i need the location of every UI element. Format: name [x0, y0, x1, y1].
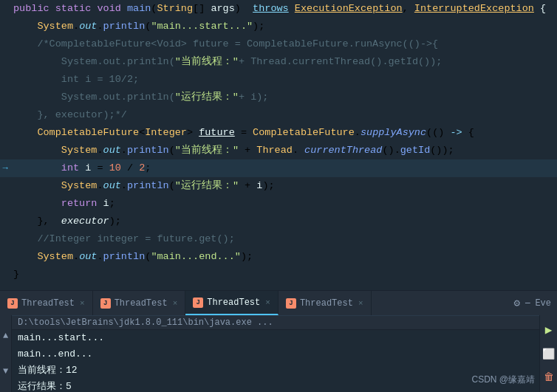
code-line-3: /*CompletableFuture<Void> future = Compl… [0, 35, 557, 53]
code-line-8: CompletableFuture<Integer> future = Comp… [0, 124, 557, 142]
tab-close-4[interactable]: × [358, 299, 363, 308]
minimize-icon[interactable]: − [524, 298, 530, 309]
console-path: D:\tools\JetBrains\jdk1.8.0_111\bin\java… [12, 316, 539, 330]
right-sidebar: ▶ ⬜ 🗑 [539, 315, 557, 392]
code-line-1: public static void main(String[] args) t… [0, 0, 557, 18]
code-line-16: } [0, 266, 557, 283]
console-line-1: main...start... [12, 330, 539, 346]
console-line-4: 运行结果：5 [12, 379, 539, 391]
line-content-13: }, executor); [10, 213, 557, 230]
tab-icon-4: J [286, 298, 296, 309]
tabs-actions: ⚙ − Eve [508, 291, 557, 315]
line-content-10: int i = 10 / 2; [10, 160, 557, 176]
line-content-7: }, executor);*/ [10, 107, 557, 123]
code-editor: public static void main(String[] args) t… [0, 0, 557, 290]
tab-close-1[interactable]: × [80, 299, 85, 308]
gear-icon[interactable]: ⚙ [514, 297, 520, 309]
console-line-3: 当前线程：12 [12, 362, 539, 379]
tab-threadtest-1[interactable]: J ThreadTest × [0, 291, 93, 315]
line-content-12: return i; [10, 196, 557, 212]
code-line-7: }, executor);*/ [0, 106, 557, 124]
line-content-6: System.out.println("运行结果："+ i); [10, 89, 557, 106]
code-line-12: return i; [0, 195, 557, 213]
code-line-13: }, executor); [0, 213, 557, 230]
sidebar-btn-2[interactable]: ⬜ [541, 346, 556, 361]
scroll-up-icon[interactable]: ▲ [3, 331, 8, 341]
code-line-2: System.out.println("main...start..."); [0, 18, 557, 35]
code-line-15: System.out.println("main...end..."); [0, 248, 557, 266]
sidebar-btn-1[interactable]: ▶ [541, 323, 556, 337]
tab-close-3[interactable]: × [265, 298, 270, 307]
line-content-16: } [10, 267, 557, 283]
tab-threadtest-4[interactable]: J ThreadTest × [278, 291, 372, 315]
code-line-14: //Integer integer = future.get(); [0, 230, 557, 248]
tab-label-4: ThreadTest [300, 298, 353, 309]
line-content-8: CompletableFuture<Integer> future = Comp… [10, 125, 557, 141]
tab-threadtest-2[interactable]: J ThreadTest × [93, 291, 186, 315]
tabs-bar: J ThreadTest × J ThreadTest × J ThreadTe… [0, 290, 557, 315]
tab-label-3: ThreadTest [207, 298, 260, 308]
tab-close-2[interactable]: × [173, 299, 178, 308]
code-line-10: → int i = 10 / 2; [0, 159, 557, 177]
eve-label: Eve [535, 298, 551, 309]
sidebar-btn-3[interactable]: 🗑 [541, 370, 556, 385]
tab-label-1: ThreadTest [21, 298, 75, 309]
arrow-indicator: → [2, 160, 7, 176]
line-content-5: int i = 10/2; [10, 72, 557, 88]
tab-icon-2: J [100, 298, 111, 309]
code-line-11: System.out.println("运行结果：" + i); [0, 177, 557, 195]
left-scroll-panel: ▲ ▼ [0, 315, 12, 392]
tab-label-2: ThreadTest [115, 298, 168, 309]
console-line-2: main...end... [12, 346, 539, 362]
tab-icon-1: J [7, 298, 18, 309]
line-content-4: System.out.println("当前线程："+ Thread.curre… [10, 54, 557, 70]
line-content-9: System.out.println("当前线程：" + Thread. cur… [10, 142, 557, 159]
code-line-4: System.out.println("当前线程："+ Thread.curre… [0, 53, 557, 71]
line-content-11: System.out.println("运行结果：" + i); [10, 178, 557, 194]
tab-icon-3: J [193, 298, 203, 308]
line-content-14: //Integer integer = future.get(); [10, 231, 557, 247]
line-content-15: System.out.println("main...end..."); [10, 249, 557, 265]
line-content-1: public static void main(String[] args) t… [10, 1, 557, 17]
code-line-6: System.out.println("运行结果："+ i); [0, 89, 557, 106]
watermark: CSDN @缘嘉靖 [471, 374, 535, 386]
code-line-9: System.out.println("当前线程：" + Thread. cur… [0, 142, 557, 159]
scroll-down-icon[interactable]: ▼ [3, 366, 8, 376]
line-content-3: /*CompletableFuture<Void> future = Compl… [10, 36, 557, 52]
line-gutter-10: → [0, 160, 10, 176]
code-line-5: int i = 10/2; [0, 71, 557, 89]
tab-threadtest-3[interactable]: J ThreadTest × [185, 291, 278, 315]
console-area: D:\tools\JetBrains\jdk1.8.0_111\bin\java… [12, 315, 539, 391]
line-content-2: System.out.println("main...start..."); [10, 18, 557, 35]
